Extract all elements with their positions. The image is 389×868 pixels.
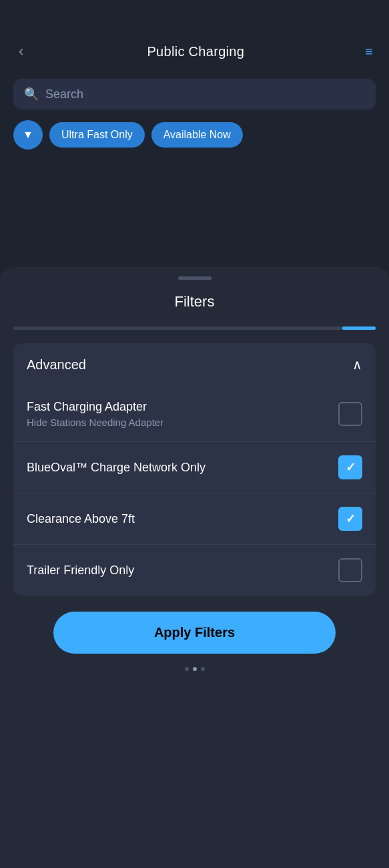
chip-available-now-label: Available Now <box>163 129 231 140</box>
filter-funnel-icon: ▼ <box>23 129 33 141</box>
search-bar[interactable]: 🔍 Search <box>13 79 376 110</box>
progress-bar-row <box>0 327 389 343</box>
chip-ultra-fast-label: Ultra Fast Only <box>61 129 133 140</box>
checkbox-trailer[interactable] <box>338 558 362 582</box>
apply-btn-wrap: Apply Filters <box>0 612 389 654</box>
progress-bar-bg <box>13 327 376 330</box>
checkbox-clearance[interactable] <box>338 507 362 531</box>
indicator-dot-3 <box>201 667 205 671</box>
advanced-section: Advanced ∧ Fast Charging Adapter Hide St… <box>13 343 376 596</box>
checkbox-blueoval[interactable] <box>338 455 362 479</box>
advanced-header[interactable]: Advanced ∧ <box>13 343 376 386</box>
filter-row-blueoval: BlueOval™ Charge Network Only <box>13 442 376 493</box>
search-placeholder: Search <box>45 87 83 101</box>
filter-text-clearance: Clearance Above 7ft <box>27 511 328 527</box>
filter-row-fast-charging: Fast Charging Adapter Hide Stations Need… <box>13 386 376 442</box>
bottom-indicator <box>0 667 389 671</box>
top-bar: ‹ Public Charging ≡ <box>0 0 389 73</box>
filter-icon-button[interactable]: ▼ <box>13 120 43 150</box>
menu-icon[interactable]: ≡ <box>365 44 373 59</box>
chip-available-now[interactable]: Available Now <box>151 122 243 148</box>
filter-sublabel-fast-charging: Hide Stations Needing Adapter <box>27 417 328 428</box>
filter-label-fast-charging: Fast Charging Adapter <box>27 399 328 415</box>
chevron-up-icon: ∧ <box>352 357 362 373</box>
page-title: Public Charging <box>147 44 244 59</box>
filters-title: Filters <box>0 293 389 310</box>
filter-text-fast-charging: Fast Charging Adapter Hide Stations Need… <box>27 399 328 428</box>
search-icon: 🔍 <box>24 87 39 101</box>
filter-text-blueoval: BlueOval™ Charge Network Only <box>27 460 328 475</box>
filter-label-clearance: Clearance Above 7ft <box>27 511 328 527</box>
chips-row: ▼ Ultra Fast Only Available Now <box>0 120 389 163</box>
apply-filters-button[interactable]: Apply Filters <box>53 612 336 654</box>
bottom-sheet: Filters Advanced ∧ Fast Charging Adapter… <box>0 267 389 868</box>
filter-text-trailer: Trailer Friendly Only <box>27 563 328 578</box>
filter-row-clearance: Clearance Above 7ft <box>13 493 376 545</box>
back-button[interactable]: ‹ <box>16 40 26 63</box>
filter-label-trailer: Trailer Friendly Only <box>27 563 328 578</box>
progress-bar-fill <box>342 327 376 330</box>
advanced-label: Advanced <box>27 357 86 373</box>
checkbox-fast-charging[interactable] <box>338 402 362 426</box>
filter-label-blueoval: BlueOval™ Charge Network Only <box>27 460 328 475</box>
indicator-dot-2 <box>193 667 197 671</box>
drag-handle[interactable] <box>178 276 212 280</box>
filter-row-trailer: Trailer Friendly Only <box>13 545 376 596</box>
chip-ultra-fast[interactable]: Ultra Fast Only <box>49 122 145 148</box>
indicator-dot-1 <box>185 667 189 671</box>
